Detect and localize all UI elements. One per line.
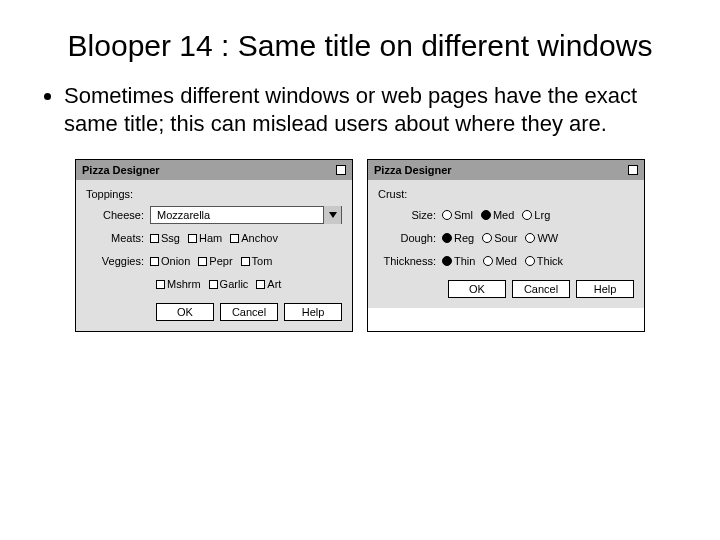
checkbox-ssg[interactable]: Ssg bbox=[150, 232, 180, 244]
checkbox-mshrm[interactable]: Mshrm bbox=[156, 278, 201, 290]
help-button[interactable]: Help bbox=[576, 280, 634, 298]
ok-button[interactable]: OK bbox=[156, 303, 214, 321]
radio-icon bbox=[483, 256, 493, 266]
radio-thick[interactable]: Thick bbox=[525, 255, 563, 267]
radio-icon bbox=[442, 256, 452, 266]
radio-icon bbox=[442, 233, 452, 243]
radio-thin[interactable]: Thin bbox=[442, 255, 475, 267]
slide-title: Blooper 14 : Same title on different win… bbox=[40, 28, 680, 64]
help-button[interactable]: Help bbox=[284, 303, 342, 321]
crust-row-label: Size: bbox=[378, 209, 442, 221]
window-title-left: Pizza Designer bbox=[82, 164, 160, 176]
section-label-crust: Crust: bbox=[378, 188, 634, 200]
titlebar-left: Pizza Designer bbox=[76, 160, 352, 180]
checkbox-onion[interactable]: Onion bbox=[150, 255, 190, 267]
radio-icon bbox=[442, 210, 452, 220]
titlebar-right: Pizza Designer bbox=[368, 160, 644, 180]
checkbox-tom[interactable]: Tom bbox=[241, 255, 273, 267]
checkbox-ham[interactable]: Ham bbox=[188, 232, 222, 244]
radio-icon bbox=[525, 256, 535, 266]
radio-med[interactable]: Med bbox=[483, 255, 516, 267]
cheese-label: Cheese: bbox=[86, 209, 150, 221]
dropdown-button[interactable] bbox=[323, 206, 341, 224]
radio-lrg[interactable]: Lrg bbox=[522, 209, 550, 221]
cancel-button[interactable]: Cancel bbox=[512, 280, 570, 298]
crust-row-label: Thickness: bbox=[378, 255, 442, 267]
checkbox-pepr[interactable]: Pepr bbox=[198, 255, 232, 267]
cancel-button[interactable]: Cancel bbox=[220, 303, 278, 321]
window-crust: Pizza Designer Crust: Size:SmlMedLrgDoug… bbox=[367, 159, 645, 332]
radio-med[interactable]: Med bbox=[481, 209, 514, 221]
radio-icon bbox=[522, 210, 532, 220]
section-label-toppings: Toppings: bbox=[86, 188, 342, 200]
veggies-label: Veggies: bbox=[86, 255, 150, 267]
cheese-select[interactable]: Mozzarella bbox=[150, 206, 342, 224]
figure-row: Pizza Designer Toppings: Cheese: Mozzare… bbox=[40, 159, 680, 332]
checkbox-anchov[interactable]: Anchov bbox=[230, 232, 278, 244]
chevron-down-icon bbox=[329, 212, 337, 218]
radio-icon bbox=[525, 233, 535, 243]
window-control-icon[interactable] bbox=[628, 165, 638, 175]
meats-label: Meats: bbox=[86, 232, 150, 244]
radio-reg[interactable]: Reg bbox=[442, 232, 474, 244]
checkbox-garlic[interactable]: Garlic bbox=[209, 278, 249, 290]
ok-button[interactable]: OK bbox=[448, 280, 506, 298]
radio-ww[interactable]: WW bbox=[525, 232, 558, 244]
radio-icon bbox=[481, 210, 491, 220]
window-toppings: Pizza Designer Toppings: Cheese: Mozzare… bbox=[75, 159, 353, 332]
crust-row-label: Dough: bbox=[378, 232, 442, 244]
cheese-value: Mozzarella bbox=[151, 209, 323, 221]
radio-sour[interactable]: Sour bbox=[482, 232, 517, 244]
bullet-text: Sometimes different windows or web pages… bbox=[64, 82, 680, 137]
checkbox-art[interactable]: Art bbox=[256, 278, 281, 290]
window-control-icon[interactable] bbox=[336, 165, 346, 175]
radio-icon bbox=[482, 233, 492, 243]
window-title-right: Pizza Designer bbox=[374, 164, 452, 176]
radio-sml[interactable]: Sml bbox=[442, 209, 473, 221]
